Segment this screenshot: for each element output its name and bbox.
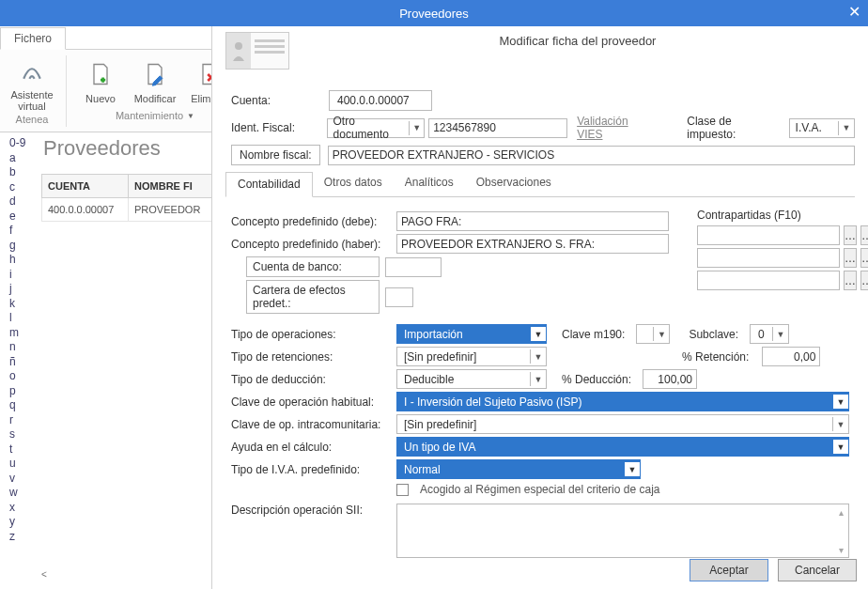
vies-link[interactable]: Validación VIES [577,115,655,141]
concepto-debe-input[interactable] [396,211,669,231]
alpha-e[interactable]: e [9,209,38,225]
modify-button[interactable]: Modificar [132,59,178,104]
chevron-down-icon: ▼ [832,417,848,431]
alpha-l[interactable]: l [9,311,38,326]
dots-button[interactable]: … [860,248,868,268]
chevron-down-icon[interactable]: ▼ [187,112,194,120]
alpha-z[interactable]: z [9,530,38,545]
title-bar: Proveedores ✕ [0,0,868,26]
chevron-down-icon: ▼ [772,327,788,341]
close-icon[interactable]: ✕ [848,3,860,21]
alpha-index: 0-9abcdefghijklmnñopqrstuvwxyz [0,132,38,589]
concepto-haber-input[interactable] [396,234,669,254]
tipo-op-select[interactable]: Importación▼ [396,324,547,344]
dialog-title: Modificar ficha del proveedor [301,32,855,48]
alpha-v[interactable]: v [9,472,38,487]
cartera-label[interactable]: Cartera de efectos predet.: [246,280,380,314]
acogido-checkbox[interactable] [396,484,409,496]
cuenta-banco-input[interactable] [385,257,442,277]
scroll-left-icon[interactable]: < [41,569,47,580]
alpha-j[interactable]: j [9,282,38,297]
contrap-input-3[interactable] [697,271,840,290]
cancel-button[interactable]: Cancelar [778,559,857,581]
iva-label: Tipo de I.V.A. predefinido: [231,463,391,476]
alpha-0-9[interactable]: 0-9 [9,136,38,151]
alpha-p[interactable]: p [9,384,38,399]
alpha-u[interactable]: u [9,457,38,472]
clase-select[interactable]: I.V.A.▼ [789,118,855,138]
clave-m190-label: Clave m190: [562,328,625,341]
chevron-down-icon: ▼ [530,349,546,364]
dots-button[interactable]: … [844,248,857,268]
alpha-q[interactable]: q [9,398,38,413]
alpha-g[interactable]: g [9,239,38,254]
chevron-down-icon: ▼ [838,121,854,135]
alpha-w[interactable]: w [9,486,38,501]
tab-contabilidad[interactable]: Contabilidad [225,172,313,197]
new-button[interactable]: Nuevo [78,59,123,104]
alpha-s[interactable]: s [9,427,38,442]
clave-op-select[interactable]: I - Inversión del Sujeto Pasivo (ISP)▼ [396,392,849,411]
clave-intra-label: Clave de op. intracomunitaria: [231,418,391,431]
alpha-r[interactable]: r [9,413,38,428]
alpha-f[interactable]: f [9,224,38,239]
dots-button[interactable]: … [844,225,857,245]
contrap-input-2[interactable] [697,248,840,268]
iva-select[interactable]: Normal▼ [396,459,641,479]
tab-fichero[interactable]: Fichero [0,27,66,50]
alpha-a[interactable]: a [9,151,38,166]
concepto-debe-label: Concepto predefinido (debe): [231,215,391,228]
scroll-down-icon[interactable]: ▾ [833,542,848,557]
alpha-k[interactable]: k [9,297,38,312]
pct-ded-input[interactable] [643,369,697,389]
col-cuenta[interactable]: CUENTA [42,175,129,198]
window-title: Proveedores [0,7,868,21]
alpha-y[interactable]: y [9,515,38,530]
chevron-down-icon: ▼ [624,462,640,476]
clave-intra-select[interactable]: [Sin predefinir]▼ [396,414,849,434]
alpha-ñ[interactable]: ñ [9,355,38,370]
alpha-i[interactable]: i [9,268,38,283]
col-nombre[interactable]: NOMBRE FI [129,175,215,198]
alpha-x[interactable]: x [9,501,38,516]
ayuda-select[interactable]: Un tipo de IVA▼ [396,437,849,457]
contrap-input-1[interactable] [697,225,840,245]
clase-label: Clase de impuesto: [687,115,781,141]
tipo-ded-label: Tipo de deducción: [231,373,391,386]
cartera-input[interactable] [385,287,413,307]
chevron-down-icon: ▼ [832,440,848,454]
tab-observaciones[interactable]: Observaciones [465,171,563,196]
clave-m190-select[interactable]: ▼ [636,324,670,344]
cuenta-banco-label[interactable]: Cuenta de banco: [246,256,380,277]
alpha-m[interactable]: m [9,326,38,341]
alpha-n[interactable]: n [9,340,38,355]
dots-button[interactable]: … [860,225,868,245]
alpha-o[interactable]: o [9,369,38,384]
alpha-c[interactable]: c [9,180,38,195]
svg-point-0 [235,42,242,50]
pct-ret-input[interactable] [762,347,820,366]
alpha-h[interactable]: h [9,253,38,268]
nombre-input[interactable] [328,146,855,165]
subclave-select[interactable]: 0▼ [750,324,789,344]
tipo-ret-select[interactable]: [Sin predefinir]▼ [396,347,547,366]
desc-sii-textarea[interactable]: ▴ ▾ [396,504,849,558]
accept-button[interactable]: Aceptar [690,559,768,581]
tipo-ded-select[interactable]: Deducible▼ [396,369,547,389]
alpha-t[interactable]: t [9,442,38,457]
assistant-button[interactable]: Asistentevirtual [9,55,54,112]
table-row[interactable]: 400.0.0.00007 PROVEEDOR [42,198,215,222]
scroll-up-icon[interactable]: ▴ [833,504,848,519]
acogido-label: Acogido al Régimen especial del criterio… [420,483,659,496]
dots-button[interactable]: … [860,271,868,290]
alpha-b[interactable]: b [9,165,38,180]
ident-type-select[interactable]: Otro documento▼ [327,118,426,138]
nombre-label[interactable]: Nombre fiscal: [231,145,320,165]
tab-otros[interactable]: Otros datos [313,171,394,196]
alpha-d[interactable]: d [9,194,38,209]
tab-analiticos[interactable]: Analíticos [394,171,465,196]
pct-ded-label: % Deducción: [562,373,631,386]
dots-button[interactable]: … [844,271,857,290]
ident-value-input[interactable] [428,118,567,138]
dialog-body: Cuenta: 400.0.0.00007 Ident. Fiscal: Otr… [212,83,868,570]
